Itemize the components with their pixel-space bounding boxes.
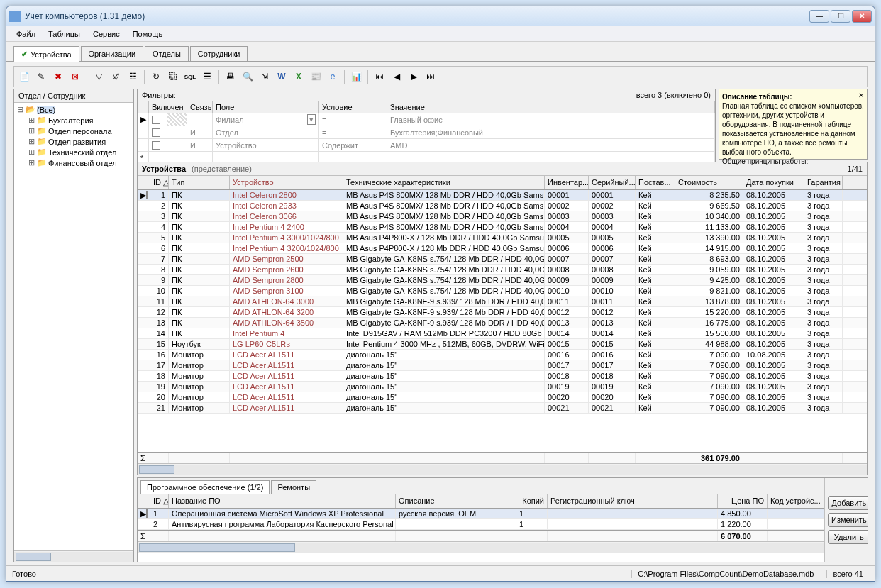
add-button[interactable]: Добавить [828, 496, 868, 510]
filter-clear-icon[interactable]: ▽̸ [109, 70, 123, 84]
tree-item[interactable]: ⊞📁Бухгалтерия [27, 115, 132, 126]
html-icon[interactable]: 📰 [309, 70, 323, 84]
column-header[interactable]: Копий [516, 494, 548, 508]
column-header[interactable]: Постав... [636, 176, 675, 189]
delete-button[interactable]: Удалить [828, 530, 868, 544]
table-row[interactable]: ▶ 1Операционная система MicroSoft Window… [138, 509, 824, 519]
tree-item[interactable]: ⊞📁Технический отдел [27, 147, 132, 157]
tab-devices[interactable]: ✔Устройства [13, 46, 79, 62]
filter-icon[interactable]: ▽ [92, 70, 106, 84]
filter-row[interactable]: И Устройство Содержит AMD [138, 139, 715, 152]
titlebar[interactable]: Учет компьютеров (1.31 демо) — ☐ ✕ [6, 6, 875, 26]
menu-tables[interactable]: Таблицы [43, 28, 86, 40]
table-row[interactable]: 10ПКAMD Sempron 3100MB Gigabyte GA-K8NS … [138, 286, 867, 296]
column-header[interactable]: Гарантия [804, 176, 843, 189]
table-row[interactable]: 11ПКAMD ATHLON-64 3000MB Gigabyte GA-K8N… [138, 296, 867, 307]
column-header[interactable]: Устройство [230, 176, 343, 189]
print-icon[interactable]: 🖶 [223, 70, 238, 84]
column-header[interactable]: Тип [169, 176, 230, 189]
ie-icon[interactable]: e [326, 70, 340, 84]
column-header[interactable]: Регистрационный ключ [548, 494, 718, 508]
table-row[interactable]: ▶ 1ПКIntel Celeron 2800MB Asus P4S 800MX… [138, 190, 867, 201]
table-row[interactable]: 8ПКAMD Sempron 2600MB Gigabyte GA-K8NS s… [138, 265, 867, 275]
menu-file[interactable]: Файл [11, 28, 41, 40]
table-row[interactable]: 16МониторLCD Acer AL1511диагональ 15"000… [138, 350, 867, 360]
tree-item[interactable]: ⊞📁Финансовый отдел [27, 157, 132, 168]
table-row[interactable]: 14ПКIntel Pentium 4Intel D915GAV / RAM 5… [138, 328, 867, 339]
column-header[interactable]: Инвентар... [545, 176, 589, 189]
last-icon[interactable]: ⏭ [423, 70, 438, 84]
tree-icon[interactable]: ☰ [200, 70, 214, 84]
table-row[interactable]: 5ПКIntel Pentium 4 3000/1024/800MB Asus … [138, 233, 867, 243]
tree-item[interactable]: ⊞📁Отдел персонала [27, 126, 132, 136]
column-header[interactable]: Код устройс... [768, 494, 824, 508]
grid-scroll[interactable] [138, 463, 867, 475]
table-row[interactable]: 3ПКIntel Celeron 3066MB Asus P4S 800MX/ … [138, 211, 867, 222]
column-header[interactable]: Серийный... [589, 176, 636, 189]
edit-button[interactable]: Изменить [828, 513, 868, 527]
column-header[interactable]: Описание [396, 494, 516, 508]
tab-repairs[interactable]: Ремонты [271, 480, 316, 494]
table-row[interactable]: 21МониторLCD Acer AL1511диагональ 15"000… [138, 403, 867, 414]
table-row[interactable]: 15НоутбукLG LP60-C5LRвIntel Pentium 4 30… [138, 339, 867, 350]
filter-row[interactable]: И Отдел = Бухгалтерия;Финансовый [138, 126, 715, 139]
chart-icon[interactable]: 📊 [349, 70, 363, 84]
menu-service[interactable]: Сервис [87, 28, 126, 40]
excel-icon[interactable]: X [292, 70, 306, 84]
table-row[interactable]: 19МониторLCD Acer AL1511диагональ 15"000… [138, 382, 867, 392]
table-row[interactable]: 2ПКIntel Celeron 2933MB Asus P4S 800MX/ … [138, 201, 867, 211]
prev-icon[interactable]: ◀ [389, 70, 404, 84]
filter-count: всего 3 (включено 0) [636, 91, 711, 99]
close-desc-icon[interactable]: ✕ [858, 91, 864, 100]
table-row[interactable]: 7ПКAMD Sempron 2500MB Gigabyte GA-K8NS s… [138, 254, 867, 265]
filter-list-icon[interactable]: ☷ [126, 70, 140, 84]
tab-departments[interactable]: Отделы [145, 46, 189, 61]
tab-orgs[interactable]: Организации [81, 46, 144, 61]
folder-icon: 📁 [37, 158, 47, 167]
next-icon[interactable]: ▶ [406, 70, 421, 84]
column-header[interactable]: Цена ПО [718, 494, 768, 508]
new-icon[interactable]: 📄 [17, 70, 31, 84]
grid-rows[interactable]: ▶ 1ПКIntel Celeron 2800MB Asus P4S 800MX… [138, 190, 867, 452]
column-header[interactable]: Стоимость [675, 176, 743, 189]
edit-icon[interactable]: ✎ [34, 70, 48, 84]
tab-employees[interactable]: Сотрудники [190, 46, 248, 61]
column-header[interactable]: Название ПО [169, 494, 396, 508]
word-icon[interactable]: W [275, 70, 289, 84]
software-rows[interactable]: ▶ 1Операционная система MicroSoft Window… [138, 509, 824, 530]
table-row[interactable]: 18МониторLCD Acer AL1511диагональ 15"000… [138, 371, 867, 382]
tab-software[interactable]: Программное обеспечение (1/2) [140, 480, 270, 494]
close-button[interactable]: ✕ [852, 10, 872, 23]
table-row[interactable]: 13ПКAMD ATHLON-64 3500MB Gigabyte GA-K8N… [138, 318, 867, 328]
department-tree[interactable]: ⊟📂(Все) ⊞📁Бухгалтерия ⊞📁Отдел персонала … [14, 103, 133, 550]
table-row[interactable]: 12ПКAMD ATHLON-64 3200MB Gigabyte GA-K8N… [138, 307, 867, 318]
table-row[interactable]: 4ПКIntel Pentium 4 2400MB Asus P4S 800MX… [138, 222, 867, 233]
filter-row[interactable]: ▶ Филиал▾ = Главный офис [138, 113, 715, 126]
delete2-icon[interactable]: ⊠ [68, 70, 82, 84]
table-row[interactable]: 6ПКIntel Pentium 4 3200/1024/800MB Asus … [138, 243, 867, 254]
export-icon[interactable]: ⇲ [257, 70, 272, 84]
table-row[interactable]: 20МониторLCD Acer AL1511диагональ 15"000… [138, 392, 867, 403]
table-row[interactable]: 9ПКAMD Sempron 2800MB Gigabyte GA-K8NS s… [138, 275, 867, 286]
tree-root[interactable]: ⊟📂(Все) [16, 104, 132, 115]
column-header[interactable]: Технические характеристики [343, 176, 545, 189]
tree-item[interactable]: ⊞📁Отдел развития [27, 136, 132, 147]
tree-scroll[interactable] [14, 550, 133, 562]
column-header[interactable]: ID △ [150, 494, 169, 508]
delete-icon[interactable]: ✖ [51, 70, 65, 84]
first-icon[interactable]: ⏮ [372, 70, 387, 84]
menu-help[interactable]: Помощь [127, 28, 169, 40]
column-header[interactable]: Дата покупки [743, 176, 804, 189]
minimize-button[interactable]: — [809, 10, 829, 23]
copy-icon[interactable]: ⿻ [166, 70, 180, 84]
refresh-icon[interactable]: ↻ [149, 70, 163, 84]
table-row[interactable]: 17МониторLCD Acer AL1511диагональ 15"000… [138, 360, 867, 371]
maximize-button[interactable]: ☐ [831, 10, 850, 23]
sql-icon[interactable]: SQL [183, 70, 197, 84]
column-header[interactable]: ID △ [150, 176, 169, 189]
soft-scroll[interactable] [138, 541, 824, 553]
column-header[interactable] [138, 494, 150, 508]
preview-icon[interactable]: 🔍 [240, 70, 255, 84]
column-header[interactable] [138, 176, 150, 189]
table-row[interactable]: 2Антивирусная программа Лаборатория Касп… [138, 519, 824, 530]
